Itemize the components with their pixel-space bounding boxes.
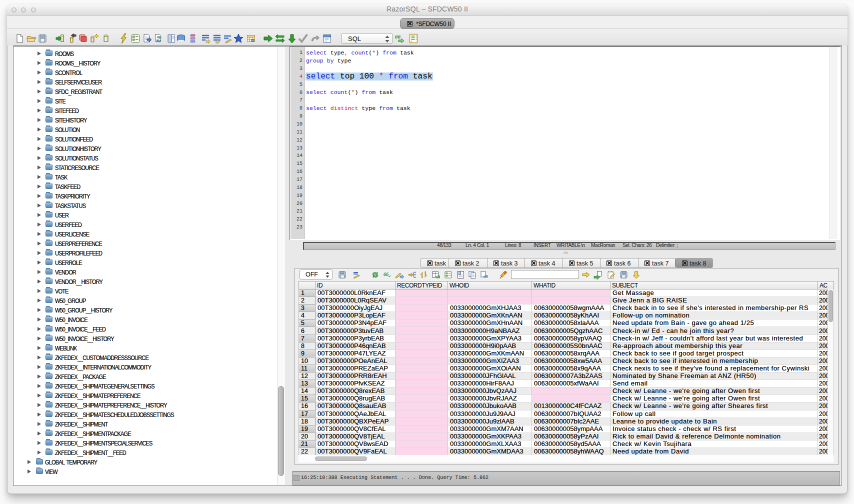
svg-text:66: 66 [384,272,388,277]
svg-text:66: 66 [395,34,401,40]
